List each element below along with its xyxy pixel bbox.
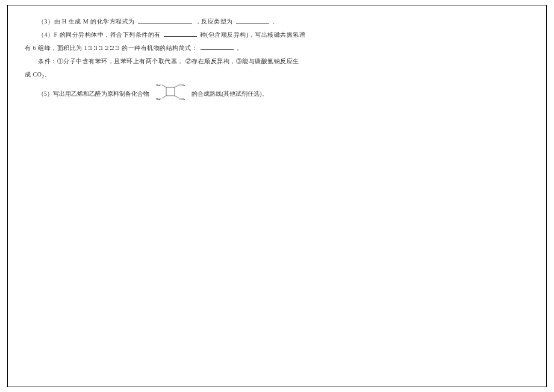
document-page: （3）由 H 生成 M 的化学方程式为 ，反应类型为 。 （4）F 的同分异构体… bbox=[7, 5, 547, 387]
q5-suffix: 的合成路线(其他试剂任选)。 bbox=[191, 87, 268, 101]
q4-l2-text: 有 6 组峰，面积比为 1∶1∶1∶1∶2∶2∶3 的一种有机物的结构简式： bbox=[25, 45, 198, 51]
compound-label-tl: H₃C bbox=[156, 84, 162, 87]
blank-isomer-count bbox=[164, 31, 197, 37]
q4-l1-prefix: （4）F 的同分异构体中，符合下列条件的有 bbox=[38, 31, 161, 38]
svg-line-1 bbox=[162, 85, 166, 87]
question-4-conditions: 条件：①分子中含有苯环，且苯环上有两个取代基， ②存在顺反异构，③能与碳酸氢钠反… bbox=[25, 55, 529, 68]
q4-cond2-suffix: 。 bbox=[45, 71, 51, 78]
svg-line-2 bbox=[175, 85, 179, 87]
q4-l2-suffix: 。 bbox=[237, 45, 243, 51]
blank-structure bbox=[201, 45, 234, 50]
compound-structure-icon: H₃C CH₃ H₃C CH₃ bbox=[152, 82, 189, 105]
blank-reaction-type bbox=[236, 18, 269, 23]
blank-equation bbox=[138, 18, 192, 23]
compound-label-tr: CH₃ bbox=[179, 84, 185, 87]
svg-rect-0 bbox=[166, 87, 175, 96]
q4-cond2-prefix: 成 CO bbox=[25, 71, 42, 78]
compound-label-br: CH₃ bbox=[179, 98, 185, 101]
q3-mid: ，反应类型为 bbox=[195, 18, 233, 25]
q3-prefix: （3）由 H 生成 M 的化学方程式为 bbox=[38, 18, 135, 25]
svg-line-3 bbox=[162, 96, 166, 98]
q4-l1-suffix: 种(包含顺反异构)，写出核磁共振氢谱 bbox=[200, 31, 306, 38]
q3-suffix: 。 bbox=[272, 18, 279, 25]
question-5-line: （5）写出用乙烯和乙醛为原料制备化合物 H₃C CH₃ H₃C CH₃ 的合成路… bbox=[25, 82, 529, 105]
q5-prefix: （5）写出用乙烯和乙醛为原料制备化合物 bbox=[38, 87, 149, 101]
svg-line-4 bbox=[175, 96, 179, 98]
question-3-line: （3）由 H 生成 M 的化学方程式为 ，反应类型为 。 bbox=[25, 15, 529, 28]
question-4-line1: （4）F 的同分异构体中，符合下列条件的有 种(包含顺反异构)，写出核磁共振氢谱 bbox=[25, 28, 529, 42]
question-4-conditions-2: 成 CO2。 bbox=[25, 68, 529, 82]
compound-label-bl: H₃C bbox=[156, 98, 162, 101]
q4-cond-text: 条件：①分子中含有苯环，且苯环上有两个取代基， ②存在顺反异构，③能与碳酸氢钠反… bbox=[38, 58, 299, 64]
question-4-line2: 有 6 组峰，面积比为 1∶1∶1∶1∶2∶2∶3 的一种有机物的结构简式： 。 bbox=[25, 42, 529, 55]
